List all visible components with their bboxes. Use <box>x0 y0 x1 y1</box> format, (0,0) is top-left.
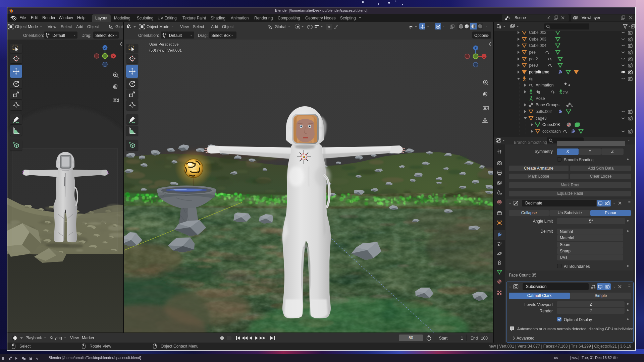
svg-text:Z: Z <box>475 47 477 50</box>
svg-text:X: X <box>112 55 114 58</box>
svg-text:X: X <box>483 55 485 58</box>
svg-text:Z: Z <box>104 46 106 50</box>
